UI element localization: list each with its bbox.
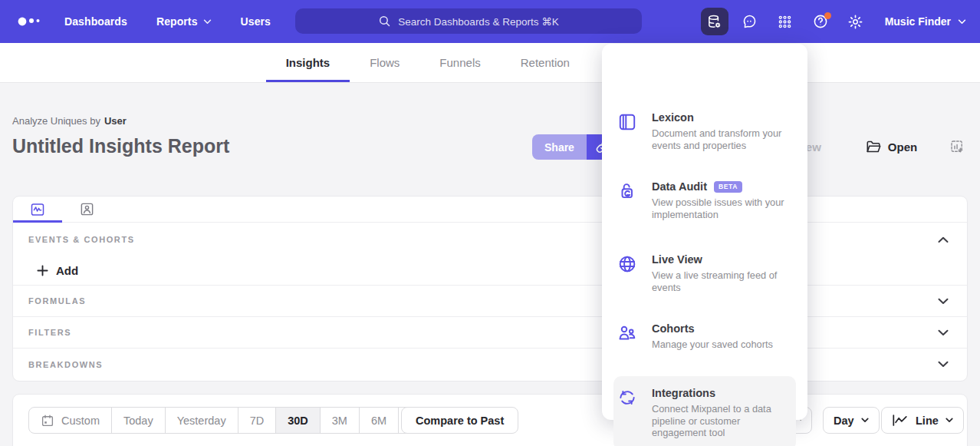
user-profile-icon — [80, 202, 94, 216]
cohorts-icon — [617, 323, 637, 343]
range-3m[interactable]: 3M — [321, 408, 360, 433]
board-add-icon — [949, 139, 965, 155]
help-notification-dot — [824, 12, 831, 19]
mixpanel-logo-icon[interactable] — [17, 15, 43, 28]
open-label: Open — [888, 140, 917, 154]
live-view-desc: View a live streaming feed of events — [652, 269, 787, 293]
formulas-section[interactable]: FORMULAS — [13, 286, 967, 317]
data-management-button[interactable] — [701, 8, 728, 35]
plus-icon — [37, 265, 48, 276]
pulse-chart-icon — [30, 202, 45, 217]
nav-reports[interactable]: Reports — [156, 15, 212, 28]
range-6m[interactable]: 6M — [360, 408, 399, 433]
chevron-down-icon — [861, 418, 869, 423]
granularity-selector-button[interactable]: Day — [823, 407, 880, 434]
top-navbar: Dashboards Reports Users Search Dashboar… — [0, 0, 980, 43]
folder-icon — [866, 140, 882, 154]
range-custom[interactable]: Custom — [29, 408, 112, 433]
apps-grid-button[interactable] — [771, 8, 799, 35]
tab-retention[interactable]: Retention — [501, 43, 590, 82]
beta-badge: BETA — [714, 181, 742, 193]
tab-user-view[interactable] — [62, 197, 111, 222]
date-range-control: Custom Today Yesterday 7D 30D 3M 6M 12M — [28, 407, 444, 434]
chevron-down-icon — [958, 19, 966, 25]
cohorts-title: Cohorts — [652, 322, 695, 335]
add-to-dashboard-button[interactable] — [949, 139, 965, 155]
range-30d[interactable]: 30D — [276, 408, 321, 433]
report-tabbar: Insights Flows Funnels Retention Signal … — [0, 43, 980, 83]
speech-bubble-icon — [742, 14, 758, 30]
query-builder-panel: EVENTS & COHORTS Add FORMULAS FILTERS BR… — [12, 196, 968, 382]
open-report-button[interactable]: Open — [866, 140, 917, 154]
menu-item-data-audit[interactable]: Data Audit BETA View possible issues wit… — [613, 180, 796, 220]
compare-to-past-button[interactable]: Compare to Past — [401, 407, 518, 434]
tab-chart-view[interactable] — [13, 197, 62, 222]
breakdowns-label: BREAKDOWNS — [28, 360, 103, 369]
search-input[interactable]: Search Dashboards & Reports ⌘K — [295, 8, 642, 34]
project-switcher[interactable]: Music Finder — [885, 15, 966, 28]
events-cohorts-section-header[interactable]: EVENTS & COHORTS — [13, 223, 967, 256]
navbar-right: Music Finder — [701, 0, 966, 43]
live-view-title: Live View — [652, 253, 702, 266]
chevron-down-icon[interactable] — [938, 329, 949, 336]
report-file-actions: New Open — [797, 134, 980, 160]
chart-controls-panel: Custom Today Yesterday 7D 30D 3M 6M 12M … — [12, 394, 968, 446]
nav-users-label: Users — [241, 15, 271, 28]
range-7d[interactable]: 7D — [238, 408, 277, 433]
filters-section[interactable]: FILTERS — [13, 317, 967, 349]
nav-dashboards[interactable]: Dashboards — [64, 15, 127, 28]
grid-dots-icon — [777, 14, 793, 30]
search-placeholder: Search Dashboards & Reports ⌘K — [398, 15, 558, 28]
menu-item-lexicon[interactable]: Lexicon Document and transform your even… — [613, 111, 796, 151]
add-event-row: Add — [13, 256, 967, 286]
chevron-down-icon — [945, 418, 953, 423]
chevron-down-icon[interactable] — [938, 361, 949, 368]
nav-reports-label: Reports — [156, 15, 198, 28]
calendar-icon — [41, 414, 54, 428]
report-title[interactable]: Untitled Insights Report — [12, 135, 229, 157]
project-name: Music Finder — [885, 15, 951, 28]
range-custom-label: Custom — [61, 415, 100, 427]
chevron-up-icon[interactable] — [938, 236, 949, 243]
data-audit-icon — [617, 181, 637, 201]
feedback-button[interactable] — [736, 8, 764, 35]
analysis-entity[interactable]: User — [104, 115, 127, 127]
range-yesterday[interactable]: Yesterday — [166, 408, 238, 433]
integrations-title: Integrations — [652, 387, 715, 399]
cohorts-desc: Manage your saved cohorts — [652, 339, 773, 351]
tab-funnels[interactable]: Funnels — [419, 43, 500, 82]
analysis-subtitle: Analyze Uniques byUser — [12, 115, 127, 127]
menu-item-integrations[interactable]: Integrations Connect Mixpanel to a data … — [613, 376, 796, 446]
chevron-down-icon[interactable] — [938, 298, 949, 305]
gear-icon — [847, 14, 863, 30]
menu-item-cohorts[interactable]: Cohorts Manage your saved cohorts — [613, 322, 796, 351]
nav-links: Dashboards Reports Users — [64, 15, 271, 28]
lexicon-icon — [617, 112, 637, 132]
lexicon-desc: Document and transform your events and p… — [652, 127, 787, 151]
live-view-icon — [617, 254, 637, 274]
search-icon — [378, 15, 391, 28]
menu-item-live-view[interactable]: Live View View a live streaming feed of … — [613, 253, 796, 293]
data-management-menu: Lexicon Document and transform your even… — [602, 44, 807, 420]
tab-flows[interactable]: Flows — [350, 43, 419, 82]
settings-button[interactable] — [842, 8, 870, 35]
tab-insights[interactable]: Insights — [266, 43, 350, 82]
database-gear-icon — [706, 14, 722, 30]
range-today[interactable]: Today — [112, 408, 166, 433]
share-button[interactable]: Share — [532, 134, 587, 160]
line-chart-icon — [892, 414, 909, 427]
lexicon-title: Lexicon — [652, 111, 694, 124]
add-label: Add — [56, 264, 78, 277]
analysis-prefix: Analyze Uniques by — [12, 115, 100, 127]
builder-view-tabs — [13, 197, 967, 223]
breakdowns-section[interactable]: BREAKDOWNS — [13, 349, 967, 380]
formulas-label: FORMULAS — [28, 296, 86, 306]
chart-type-selector-button[interactable]: Line — [881, 407, 964, 434]
granularity-label: Day — [834, 415, 854, 427]
filters-label: FILTERS — [28, 328, 71, 337]
add-event-button[interactable]: Add — [37, 264, 78, 277]
events-cohorts-label: EVENTS & COHORTS — [28, 235, 135, 244]
chart-type-label: Line — [916, 415, 939, 427]
nav-users[interactable]: Users — [241, 15, 271, 28]
help-button[interactable] — [807, 8, 834, 35]
